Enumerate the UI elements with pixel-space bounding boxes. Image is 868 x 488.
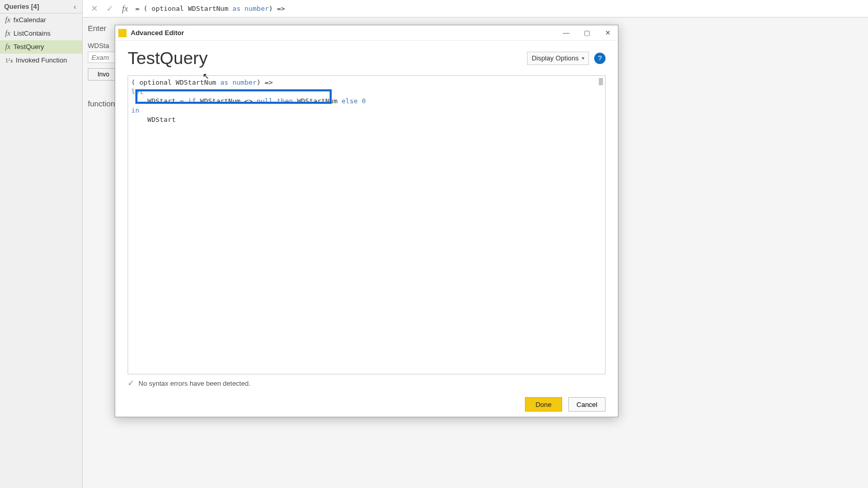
close-icon[interactable]: ✕ <box>597 25 618 41</box>
query-item-label: Invoked Function <box>16 54 67 67</box>
queries-title: Queries [4] <box>4 3 39 10</box>
formula-bar: ✕ ✓ fx = ( optional WDStartNum as number… <box>83 0 868 18</box>
formula-fx-icon[interactable]: fx <box>120 4 130 13</box>
number-icon: 1²₃ <box>5 54 13 67</box>
advanced-editor-dialog: Advanced Editor — ▢ ✕ TestQuery Display … <box>115 25 618 417</box>
collapse-panel-icon[interactable]: ‹ <box>70 0 80 13</box>
formula-accept-icon[interactable]: ✓ <box>104 4 115 13</box>
query-item-label: TestQuery <box>13 40 44 54</box>
function-icon: fx <box>5 40 10 54</box>
minimize-icon[interactable]: — <box>556 25 577 41</box>
cancel-button[interactable]: Cancel <box>568 397 606 412</box>
done-button[interactable]: Done <box>525 397 562 412</box>
dialog-title: Advanced Editor <box>131 29 184 37</box>
query-item-label: ListContains <box>13 27 51 40</box>
code-line: WDStart <box>131 115 602 124</box>
status-row: ✓ No syntax errors have been detected. <box>128 379 606 388</box>
app-icon <box>118 29 127 37</box>
formula-cancel-icon[interactable]: ✕ <box>89 4 99 13</box>
query-item[interactable]: fxfxCalendar <box>0 13 82 27</box>
queries-header: Queries [4] ‹ <box>0 0 82 13</box>
query-item[interactable]: fxTestQuery <box>0 40 82 54</box>
function-icon: fx <box>5 27 10 40</box>
display-options-label: Display Options <box>532 54 579 62</box>
query-item[interactable]: fxListContains <box>0 27 82 40</box>
invoke-button[interactable]: Invo <box>88 68 119 81</box>
code-line: WDStart = if WDStartNum <> null then WDS… <box>131 97 602 106</box>
query-item[interactable]: 1²₃Invoked Function <box>0 54 82 67</box>
query-name-heading: TestQuery <box>128 48 208 68</box>
function-icon: fx <box>5 13 10 27</box>
maximize-icon[interactable]: ▢ <box>577 25 597 41</box>
formula-text[interactable]: = ( optional WDStartNum as number) => <box>135 5 285 12</box>
chevron-down-icon: ▾ <box>582 55 584 61</box>
help-icon[interactable]: ? <box>594 53 606 64</box>
code-line: ( optional WDStartNum as number) => <box>131 78 602 87</box>
scrollbar-thumb[interactable] <box>599 78 603 85</box>
query-item-label: fxCalendar <box>13 13 46 27</box>
code-editor[interactable]: ( optional WDStartNum as number) =>let W… <box>128 75 606 374</box>
code-line: in <box>131 106 602 115</box>
queries-panel: Queries [4] ‹ fxfxCalendarfxListContains… <box>0 0 83 488</box>
display-options-dropdown[interactable]: Display Options ▾ <box>527 52 589 65</box>
status-text: No syntax errors have been detected. <box>138 380 251 387</box>
check-icon: ✓ <box>128 379 134 388</box>
code-line: let <box>131 87 602 97</box>
dialog-titlebar: Advanced Editor — ▢ ✕ <box>115 25 618 41</box>
